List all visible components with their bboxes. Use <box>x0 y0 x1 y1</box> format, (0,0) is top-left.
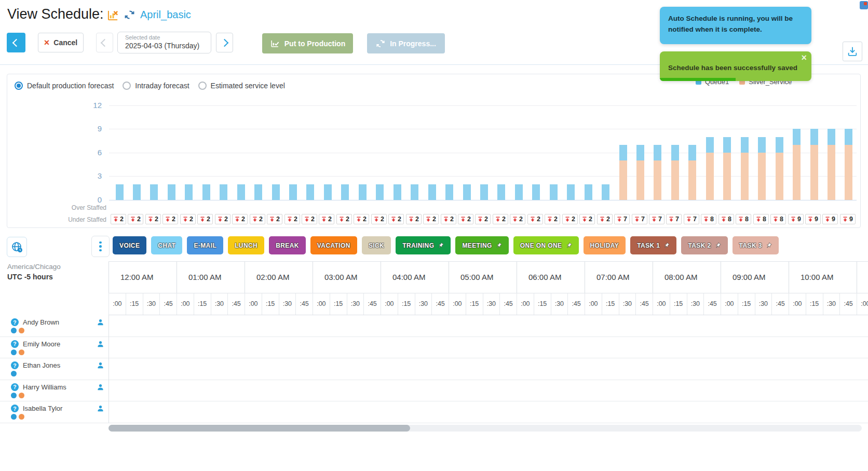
activity-chip-sick[interactable]: SICK <box>362 236 391 254</box>
bar-queue1 <box>254 184 262 200</box>
schedule-options-menu-button[interactable] <box>91 236 110 257</box>
horizontal-scrollbar-thumb[interactable] <box>108 425 410 432</box>
bar-silver-service <box>723 153 731 200</box>
bar-queue1 <box>706 137 714 153</box>
activity-chip-voice[interactable]: VOICE <box>113 236 146 254</box>
person-icon[interactable] <box>97 405 104 412</box>
pin-icon <box>766 243 772 249</box>
hour-header-0100am: 01:00 AM <box>177 262 245 293</box>
forecast-radio-option-1[interactable]: Intraday forecast <box>123 82 189 90</box>
employee-row-emily-moore[interactable]: ?Emily Moore <box>0 337 868 359</box>
forecast-radio-option-0[interactable]: Default production forecast <box>15 82 114 90</box>
under-staffed-count-box: 2 <box>197 214 213 224</box>
under-staffed-count: 2 <box>137 216 141 223</box>
activity-chip-e-mail[interactable]: E-MAIL <box>187 236 223 254</box>
person-icon[interactable] <box>97 318 104 326</box>
pin-icon <box>663 243 670 249</box>
employee-row-andy-brown[interactable]: ?Andy Brown <box>0 315 868 337</box>
selected-date-field[interactable]: Selected date 2025-04-03 (Thursday) <box>117 32 211 53</box>
question-info-icon[interactable]: ? <box>11 361 19 369</box>
y-axis-tick-label: 12 <box>81 101 102 110</box>
quarter-header-cell: :45 <box>635 293 653 315</box>
under-staffed-count-box: 7 <box>666 214 682 224</box>
employee-row-ethan-jones[interactable]: ?Ethan Jones <box>0 358 868 380</box>
employee-row-isabella-tylor[interactable]: ?Isabella Tylor <box>0 401 868 423</box>
queue-assignment-dot-blue <box>11 414 17 420</box>
under-staffed-count-box: 2 <box>597 214 613 224</box>
under-staffed-count: 2 <box>398 216 401 223</box>
previous-day-button[interactable] <box>96 33 113 52</box>
activity-chip-task-1[interactable]: TASK 1 <box>630 236 676 254</box>
bar-queue1 <box>497 184 505 200</box>
activity-chip-meeting[interactable]: MEETING <box>455 236 508 254</box>
bar-queue1 <box>185 184 193 200</box>
employee-row-harry-williams[interactable]: ?Harry Williams <box>0 380 868 402</box>
person-icon[interactable] <box>97 361 104 369</box>
under-staffed-count: 2 <box>294 216 297 223</box>
cancel-label: Cancel <box>53 38 77 47</box>
under-staffed-arrow-icon <box>183 217 188 222</box>
under-staffed-count: 9 <box>849 216 853 223</box>
under-staffed-arrow-icon <box>443 217 449 222</box>
kebab-icon <box>99 241 102 244</box>
bar-queue1 <box>359 184 367 200</box>
timezone-button[interactable] <box>7 237 27 257</box>
activity-chip-lunch[interactable]: LUNCH <box>228 236 264 254</box>
next-day-button[interactable] <box>216 33 233 52</box>
under-staffed-arrow-icon <box>703 217 709 222</box>
activity-chip-task-3[interactable]: TASK 3 <box>733 236 779 254</box>
person-icon[interactable] <box>97 340 104 348</box>
under-staffed-arrow-icon <box>582 217 587 222</box>
quarter-header-cell: :00 <box>245 293 262 315</box>
quarter-header-cell: :00 <box>449 293 466 315</box>
activity-chip-chat[interactable]: CHAT <box>151 236 182 254</box>
bar-silver-service <box>845 145 852 200</box>
question-info-icon[interactable]: ? <box>11 405 19 412</box>
activity-type-bar: VOICECHATE-MAILLUNCHBREAKVACATIONSICKTRA… <box>113 236 779 254</box>
activity-chip-break[interactable]: BREAK <box>269 236 306 254</box>
under-staffed-count-box: 2 <box>406 214 422 224</box>
under-staffed-count-box: 2 <box>250 214 265 224</box>
back-button[interactable] <box>7 33 25 52</box>
quarter-header-cell: :00 <box>857 293 868 315</box>
under-staffed-count-box: 8 <box>736 214 751 224</box>
activity-chip-holiday[interactable]: HOLIDAY <box>584 236 626 254</box>
under-staffed-arrow-icon <box>478 217 483 222</box>
quarter-header-cell: :15 <box>262 293 279 315</box>
activity-chip-task-2[interactable]: TASK 2 <box>681 236 727 254</box>
activity-chip-vacation[interactable]: VACATION <box>310 236 357 254</box>
schedule-name-link[interactable]: April_basic <box>140 9 191 21</box>
quarter-header-cell: :00 <box>517 293 534 315</box>
put-to-production-button[interactable]: Put to Production <box>262 33 353 53</box>
question-info-icon[interactable]: ? <box>11 383 19 391</box>
bar-queue1 <box>116 184 124 200</box>
forecast-radio-option-2[interactable]: Estimated service level <box>198 82 285 90</box>
activity-chip-training[interactable]: TRAINING <box>396 236 451 254</box>
export-download-button[interactable] <box>843 42 862 61</box>
under-staffed-count-box: 8 <box>753 214 769 224</box>
activity-chip-label: MEETING <box>462 242 492 249</box>
question-info-icon[interactable]: ? <box>11 340 19 348</box>
under-staffed-arrow-icon <box>738 217 743 222</box>
queue-assignment-dot-orange <box>19 328 24 333</box>
question-info-icon[interactable]: ? <box>11 318 19 326</box>
under-staffed-count: 2 <box>155 216 158 223</box>
quarter-header-cell: :45 <box>567 293 585 315</box>
activity-chip-one-on-one[interactable]: ONE ON ONE <box>513 236 579 254</box>
toast-close-icon[interactable]: × <box>801 52 807 63</box>
hour-header-row: 12:00 AM01:00 AM02:00 AM03:00 AM04:00 AM… <box>108 261 868 293</box>
quarter-header-cell: :45 <box>499 293 517 315</box>
under-staffed-arrow-icon <box>652 217 657 222</box>
bar-queue1 <box>845 129 852 144</box>
person-icon[interactable] <box>97 383 104 391</box>
bar-queue1 <box>341 184 349 200</box>
under-staffed-arrow-icon <box>165 217 170 222</box>
forecast-options: Default production forecastIntraday fore… <box>15 78 285 93</box>
bar-silver-service <box>671 160 679 200</box>
in-progress-label: In Progress... <box>390 39 436 48</box>
bar-queue1 <box>480 184 488 200</box>
under-staffed-count: 2 <box>241 216 245 223</box>
bar-queue1 <box>567 184 575 200</box>
under-staffed-arrow-icon <box>773 217 778 222</box>
cancel-button[interactable]: × Cancel <box>38 33 84 52</box>
